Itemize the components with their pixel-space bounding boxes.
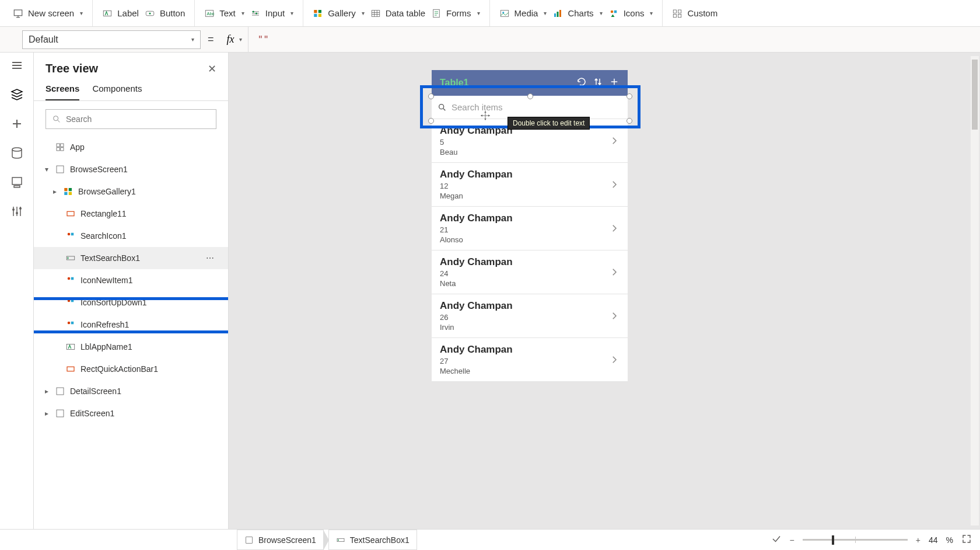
zoom-thumb[interactable] [832,535,834,545]
svg-rect-70 [71,300,74,302]
list-item[interactable]: Andy Champan 24 Neta [432,250,628,294]
tree-item-app[interactable]: App [34,136,228,158]
chevron-right-icon[interactable]: ▸ [51,187,58,196]
list-item[interactable]: Andy Champan 21 Alonso [432,207,628,250]
media-pane-button[interactable] [10,175,24,189]
tab-screens[interactable]: Screens [46,83,79,100]
svg-point-31 [610,10,613,13]
canvas-scrollbar[interactable] [971,56,979,525]
media-button[interactable]: Media ▾ [499,8,547,19]
row-sub: Irvin [440,323,513,332]
breadcrumb-label: TextSearchBox1 [350,535,410,545]
tab-components[interactable]: Components [92,83,142,100]
list-item[interactable]: Andy Champan 12 Megan [432,163,628,207]
breadcrumb-control[interactable]: TextSearchBox1 [328,530,417,550]
forms-icon [431,8,442,19]
fx-button[interactable]: fx ▾ [221,27,249,52]
tree-item-iconsortupdown1[interactable]: IconSortUpDown1 [34,291,228,314]
gallery-icon [63,186,74,197]
svg-rect-60 [64,192,67,195]
svg-rect-14 [318,10,321,13]
tree-item-browsescreen1[interactable]: ▾ BrowseScreen1 [34,158,228,180]
custom-button[interactable]: Custom [672,8,718,19]
svg-rect-29 [557,12,559,17]
svg-rect-43 [12,177,22,185]
text-button[interactable]: Abc Text ▾ [204,8,244,19]
tree-item-rectquickactionbar1[interactable]: RectQuickActionBar1 [34,358,228,380]
zoom-in-button[interactable]: + [916,535,921,545]
row-name: Andy Champan [440,256,513,268]
tree-search-input[interactable] [66,114,210,124]
insert-button[interactable] [10,117,24,131]
scrollbar-thumb[interactable] [972,60,978,130]
advanced-tools-button[interactable] [10,204,24,218]
add-icon[interactable] [609,76,620,90]
chevron-down-icon: ▾ [600,10,603,16]
tree-item-label: SearchIcon1 [80,231,127,241]
property-dropdown[interactable]: Default ▾ [22,30,201,49]
formula-input[interactable]: "" [249,34,980,45]
icons-btn-label: Icons [624,8,645,18]
left-rail [0,53,34,529]
tree-item-browsegallery1[interactable]: ▸ BrowseGallery1 [34,180,228,203]
tree-item-detailscreen1[interactable]: ▸ DetailScreen1 [34,380,228,402]
chevron-down-icon[interactable]: ▾ [43,165,50,173]
tree-item-iconrefresh1[interactable]: IconRefresh1 [34,314,228,336]
canvas[interactable]: Table1 Andy Champan 5 [229,53,980,529]
tree-view-button[interactable] [10,88,24,102]
resize-handle[interactable] [527,93,533,99]
tree-item-textsearchbox1[interactable]: TextSearchBox1 ⋯ [34,247,228,269]
svg-line-52 [58,120,60,122]
refresh-icon[interactable] [576,76,587,90]
svg-point-71 [68,322,71,325]
icons-button[interactable]: Icons ▾ [608,8,653,19]
forms-button[interactable]: Forms ▾ [431,8,480,19]
tree-item-searchicon1[interactable]: SearchIcon1 [34,225,228,247]
chevron-right-icon[interactable]: ▸ [43,387,50,395]
chevron-right-icon [609,311,620,321]
tree-item-lblappname1[interactable]: LblAppName1 [34,336,228,358]
sort-icon[interactable] [593,76,603,90]
svg-rect-13 [314,10,317,13]
data-button[interactable] [10,146,24,160]
datatable-button[interactable]: Data table [370,8,425,19]
zoom-slider[interactable] [803,539,908,541]
more-icon[interactable]: ⋯ [206,253,214,263]
resize-handle[interactable] [428,118,434,124]
hamburger-button[interactable] [10,58,24,72]
tree-item-rectangle11[interactable]: Rectangle11 [34,203,228,225]
search-input[interactable] [452,102,622,112]
icons-small-icon [65,297,76,308]
resize-handle[interactable] [626,118,632,124]
tree-search-box[interactable] [46,109,216,129]
chevron-down-icon: ▾ [544,10,547,16]
tree-item-label: EditScreen1 [70,409,114,418]
fit-to-window-button[interactable] [961,534,972,546]
list-item[interactable]: Andy Champan 26 Irvin [432,294,628,338]
resize-handle[interactable] [428,93,434,99]
zoom-out-button[interactable]: − [790,535,794,545]
tree-view-panel: Tree view ✕ Screens Components App ▾ Bro… [34,53,229,529]
tree-item-iconnewitem1[interactable]: IconNewItem1 [34,269,228,291]
svg-rect-75 [57,388,64,395]
svg-rect-76 [57,410,64,417]
chevron-right-icon [609,179,620,190]
chevron-down-icon: ▾ [290,10,293,16]
chevron-right-icon[interactable]: ▸ [43,409,50,417]
resize-handle[interactable] [626,93,632,99]
row-num: 5 [440,138,513,147]
checker-icon[interactable] [771,534,782,546]
tree-item-label: IconSortUpDown1 [80,298,147,307]
input-button[interactable]: Input ▾ [250,8,293,19]
label-button[interactable]: Label [102,8,139,19]
new-screen-button[interactable]: New screen ▾ [13,8,83,19]
tree-item-editscreen1[interactable]: ▸ EditScreen1 [34,402,228,424]
breadcrumb-screen[interactable]: BrowseScreen1 [237,530,324,550]
row-sub: Alonso [440,235,513,244]
gallery-button[interactable]: Gallery ▾ [313,8,365,19]
list-item[interactable]: Andy Champan 27 Mechelle [432,338,628,382]
media-btn-label: Media [514,8,538,18]
charts-button[interactable]: Charts ▾ [552,8,602,19]
close-icon[interactable]: ✕ [208,62,216,75]
button-button[interactable]: Button [145,8,185,19]
